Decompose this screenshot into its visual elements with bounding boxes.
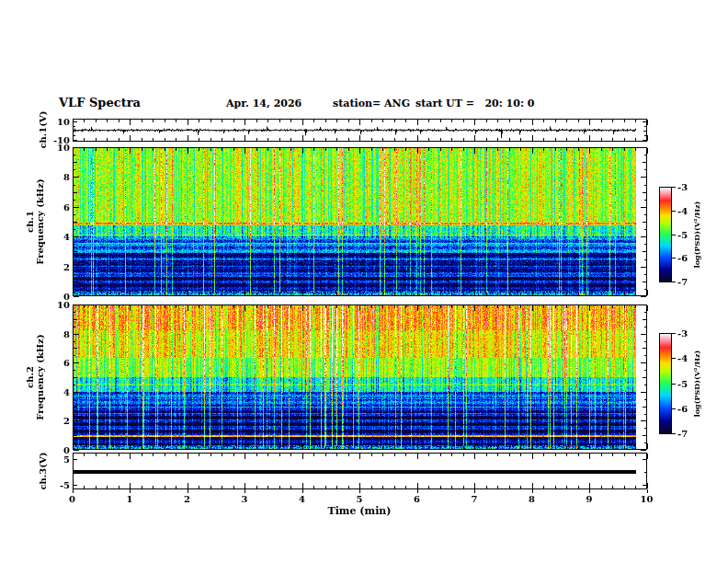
ch3-wave-ylabel: ch.3(V) (38, 452, 48, 489)
ch2-spec-y-tick-label: 8 (63, 328, 70, 339)
ch2-spec-ylabel-channel: ch.2 (25, 334, 35, 419)
ch1-spec-ylabel-axis: Frequency (kHz) (35, 178, 45, 264)
x-tick-label: 5 (357, 494, 363, 504)
colorbar-tick-label: -7 (677, 429, 688, 439)
ch2-spec-ylabel-axis: Frequency (kHz) (35, 334, 45, 419)
x-tick-label: 9 (586, 494, 593, 504)
x-axis-label: Time (min) (327, 505, 391, 517)
ch2-colorbar-label: log(PSD)(V²/Hz) (692, 350, 702, 418)
colorbar-tick-label: -5 (677, 378, 688, 388)
colorbar-tick-label: -4 (677, 205, 688, 215)
ch1-wave-y-tick-label: -10 (53, 134, 70, 144)
x-tick-label: 1 (127, 494, 133, 504)
ch2-spec-ylabel: ch.2 Frequency (kHz) (25, 334, 45, 419)
ch2-spec-y-tick-label: 10 (57, 300, 70, 310)
ch2-spec-y-tick-label: 6 (63, 358, 70, 368)
x-tick-label: 4 (299, 494, 305, 504)
vlf-spectra-figure: VLF Spectra Apr. 14, 2026 station= ANG s… (0, 0, 728, 563)
ch1-wave-ylabel: ch.1(V) (38, 110, 48, 148)
ch1-wave-y-tick-label: 10 (57, 116, 70, 126)
ch1-spec-y-tick-label: 2 (63, 261, 70, 271)
colorbar-tick-label: -4 (677, 353, 688, 363)
ch1-colorbar-label: log(PSD)(V²/Hz) (692, 201, 702, 269)
x-tick-label: 6 (414, 494, 420, 504)
x-tick-label: 3 (242, 494, 248, 504)
ch1-spec-y-tick-label: 8 (63, 172, 70, 182)
ch1-spec-ylabel: ch.1 Frequency (kHz) (25, 178, 45, 264)
colorbar-tick-label: -6 (677, 403, 688, 413)
ch1-spec-ylabel-channel: ch.1 (25, 178, 35, 264)
ch3-wave-y-tick-label: -5 (60, 480, 70, 490)
x-tick-label: 10 (641, 494, 654, 504)
ch1-spec-y-tick-label: 6 (63, 201, 70, 212)
ch3-wave-y-tick-label: 5 (63, 454, 70, 465)
colorbar-tick-label: -3 (677, 182, 688, 192)
x-tick-label: 7 (472, 494, 478, 504)
colorbar-tick-label: -3 (677, 328, 688, 339)
x-tick-label: 0 (69, 494, 75, 504)
x-tick-label: 8 (529, 494, 535, 504)
ch1-spec-y-tick-label: 4 (63, 232, 70, 242)
colorbar-tick-label: -7 (677, 277, 688, 287)
ch2-spec-y-tick-label: 4 (63, 386, 70, 396)
x-tick-label: 2 (184, 494, 190, 504)
ch2-spec-y-tick-label: 2 (63, 416, 70, 426)
axes-overlay (0, 0, 728, 563)
colorbar-tick-label: -5 (677, 229, 688, 239)
colorbar-tick-label: -6 (677, 253, 688, 263)
